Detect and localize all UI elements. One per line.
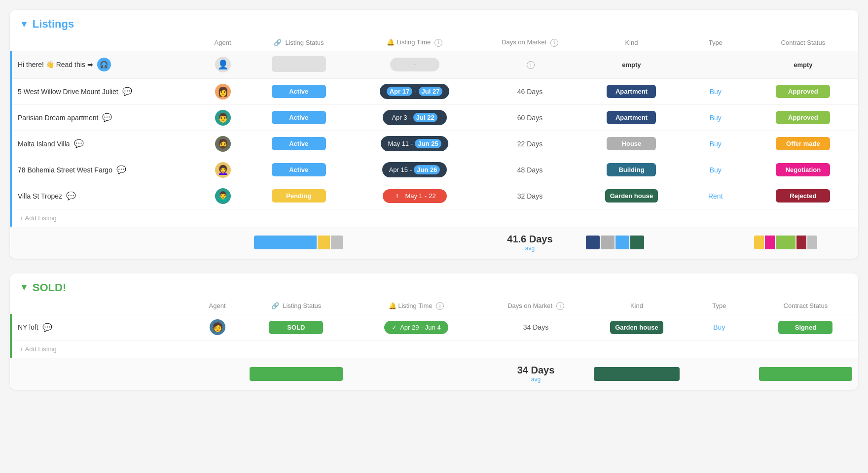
listing-time-badge[interactable]: -	[390, 58, 439, 71]
table-row: Villa St Tropez💬👨‍🦱Pending!May 1 - 2232 …	[11, 183, 858, 209]
kind-badge: empty	[607, 58, 656, 71]
listing-time-cell[interactable]: !May 1 - 22	[349, 183, 479, 209]
listing-status-cell[interactable]: Pending	[248, 183, 350, 209]
listing-status-badge[interactable]: Active	[272, 137, 326, 150]
listing-time-cell[interactable]: May 11 - Jun 25	[349, 131, 479, 157]
listing-time-badge[interactable]: Apr 15 - Jun 26	[382, 162, 447, 177]
summary-row: 41.6 Daysavg	[11, 227, 858, 259]
listing-status-empty	[272, 56, 326, 72]
listing-status-cell[interactable]	[248, 51, 350, 78]
summary-status-bar	[244, 358, 349, 390]
listing-time-badge[interactable]: ✓Apr 29 - Jun 4	[384, 321, 448, 334]
comment-icon[interactable]: 💬	[116, 165, 126, 174]
listing-status-badge[interactable]: Active	[272, 85, 326, 98]
kind-badge: Building	[607, 163, 656, 176]
chevron-down-icon[interactable]: ▼	[20, 282, 29, 293]
listing-name-cell: Malta Island Villa💬	[11, 131, 197, 157]
kind-badge: House	[607, 137, 656, 150]
comment-icon[interactable]: 💬	[102, 113, 112, 122]
days-on-market-cell: 60 Days	[480, 104, 580, 131]
contract-status-badge: Approved	[776, 111, 830, 124]
summary-avg-days: 34 Daysavg	[484, 358, 588, 390]
comment-icon[interactable]: 💬	[42, 323, 52, 332]
col-header-listing-status[interactable]: 🔗 Listing Status	[248, 34, 350, 51]
col-header-listing-time[interactable]: 🔔 Listing Time i	[349, 34, 479, 51]
add-listing-button[interactable]: + Add Listing	[11, 209, 858, 227]
summary-kind-bar	[588, 358, 686, 390]
info-icon: i	[550, 39, 558, 47]
avatar: 🧑	[210, 319, 225, 335]
agent-cell: 🧔	[197, 131, 248, 157]
listing-name-cell: Villa St Tropez💬	[11, 183, 197, 209]
add-listing-row: + Add Listing	[11, 209, 858, 227]
chat-icon[interactable]: 🎧	[97, 58, 111, 71]
col-header-contract-status: Contract Status	[753, 298, 858, 314]
contract-status-cell: Offer made	[748, 131, 858, 157]
listing-time-cell[interactable]: Apr 3 - Jul 22	[349, 104, 479, 131]
contract-status-badge: Signed	[778, 321, 832, 334]
listing-time-cell[interactable]: -	[349, 51, 479, 78]
listing-time-badge[interactable]: Apr 17 - Jul 27	[380, 84, 450, 99]
add-listing-button[interactable]: + Add Listing	[11, 340, 858, 358]
comment-icon[interactable]: 💬	[122, 87, 132, 96]
listing-status-badge[interactable]: Active	[272, 163, 326, 176]
listing-status-cell[interactable]: Active	[248, 104, 350, 131]
agent-cell: 👨‍🦱	[197, 183, 248, 209]
kind-badge: Garden house	[605, 189, 658, 203]
listing-status-cell[interactable]: Active	[248, 157, 350, 183]
avatar: 👩‍🦱	[215, 162, 231, 178]
listing-time-cell[interactable]: Apr 15 - Jun 26	[349, 157, 479, 183]
info-icon: i	[556, 302, 564, 310]
agent-cell: 👩	[197, 78, 248, 104]
listing-status-badge[interactable]: Active	[272, 111, 326, 124]
days-on-market-cell: 46 Days	[480, 78, 580, 104]
kind-cell: House	[580, 131, 683, 157]
comment-icon[interactable]: 💬	[74, 139, 84, 148]
listing-status-badge[interactable]: SOLD	[269, 321, 323, 334]
listing-status-cell[interactable]: Active	[248, 131, 350, 157]
type-cell[interactable]: Buy	[683, 131, 748, 157]
listing-time-cell[interactable]: ✓Apr 29 - Jun 4	[349, 314, 484, 340]
chevron-down-icon[interactable]: ▼	[20, 19, 29, 30]
listing-time-badge[interactable]: Apr 3 - Jul 22	[383, 110, 447, 125]
agent-cell: 👨	[197, 104, 248, 131]
summary-avg-days: 41.6 Daysavg	[480, 227, 580, 259]
kind-cell: Building	[580, 157, 683, 183]
kind-cell: Apartment	[580, 104, 683, 131]
col-header-contract-status: Contract Status	[748, 34, 858, 51]
listing-name-cell: 78 Bohemia Street West Fargo💬	[11, 157, 197, 183]
type-cell[interactable]: Buy	[683, 104, 748, 131]
col-header-days-on-market: Days on Market i	[480, 34, 580, 51]
type-cell[interactable]: Rent	[683, 183, 748, 209]
listing-status-badge[interactable]: Pending	[272, 189, 326, 203]
listing-time-badge[interactable]: May 11 - Jun 25	[381, 136, 448, 151]
comment-icon[interactable]: 💬	[66, 191, 76, 201]
listing-status-cell[interactable]: SOLD	[244, 314, 349, 340]
listing-time-cell[interactable]: Apr 17 - Jul 27	[349, 78, 479, 104]
type-cell[interactable]: Buy	[683, 78, 748, 104]
contract-status-cell: Negotiation	[748, 157, 858, 183]
section-header: ▼SOLD!	[10, 273, 858, 298]
agent-cell: 🧑	[191, 314, 244, 340]
section-title: Listings	[33, 18, 74, 31]
listings-table: Agent🔗 Listing Status🔔 Listing Time iDay…	[10, 298, 858, 390]
days-on-market-cell: 22 Days	[480, 131, 580, 157]
contract-status-cell: empty	[748, 51, 858, 78]
type-cell[interactable]: Buy	[683, 157, 748, 183]
listing-status-cell[interactable]: Active	[248, 78, 350, 104]
contract-status-badge: empty	[776, 58, 830, 71]
listing-name-cell: Hi there! 👋 Read this ➡🎧	[11, 51, 197, 78]
type-cell[interactable]: Buy	[686, 314, 753, 340]
type-cell[interactable]	[683, 51, 748, 78]
add-listing-row: + Add Listing	[11, 340, 858, 358]
listing-name: 78 Bohemia Street West Fargo	[18, 166, 112, 174]
listing-time-badge[interactable]: !May 1 - 22	[383, 189, 447, 203]
col-header-listing-time[interactable]: 🔔 Listing Time i	[349, 298, 484, 314]
section-title: SOLD!	[33, 281, 66, 294]
col-header-kind: Kind	[580, 34, 683, 51]
listing-name-cell: Parisian Dream apartment💬	[11, 104, 197, 131]
col-header-listing-status[interactable]: 🔗 Listing Status	[244, 298, 349, 314]
kind-cell: empty	[580, 51, 683, 78]
col-header-kind: Kind	[588, 298, 686, 314]
avatar: 👨‍🦱	[215, 188, 231, 204]
